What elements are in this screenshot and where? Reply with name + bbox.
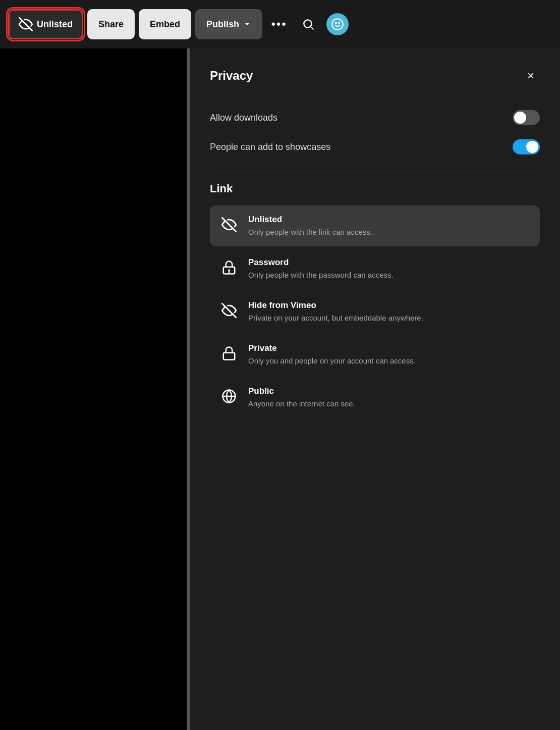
publish-button[interactable]: Publish xyxy=(195,9,262,39)
public-option-text: Public Anyone on the internet can see. xyxy=(248,386,530,409)
password-option-icon xyxy=(220,258,238,277)
allow-downloads-label: Allow downloads xyxy=(210,113,277,123)
search-icon xyxy=(302,18,315,31)
close-icon: × xyxy=(527,69,534,83)
privacy-option-private[interactable]: Private Only you and people on your acco… xyxy=(210,334,540,375)
toggle-knob xyxy=(514,112,526,124)
privacy-option-public[interactable]: Public Anyone on the internet can see. xyxy=(210,377,540,418)
private-option-icon xyxy=(220,344,238,362)
panel-title: Privacy xyxy=(210,69,253,83)
video-area xyxy=(0,48,187,730)
unlisted-option-desc: Only people with the link can access. xyxy=(248,227,530,237)
showcases-label: People can add to showcases xyxy=(210,142,330,152)
svg-rect-11 xyxy=(223,353,235,360)
embed-button[interactable]: Embed xyxy=(139,9,191,39)
password-option-title: Password xyxy=(248,257,530,268)
svg-line-2 xyxy=(311,27,313,29)
unlisted-label: Unlisted xyxy=(37,19,73,30)
private-option-title: Private xyxy=(248,343,530,353)
private-option-text: Private Only you and people on your acco… xyxy=(248,343,530,366)
svg-point-4 xyxy=(335,23,337,24)
search-button[interactable] xyxy=(296,9,321,39)
hide-vimeo-option-title: Hide from Vimeo xyxy=(248,300,530,310)
avatar-face-icon xyxy=(331,18,344,31)
unlisted-button[interactable]: Unlisted xyxy=(8,9,83,39)
toggle-knob-on xyxy=(526,141,538,153)
chevron-down-icon xyxy=(243,20,251,28)
public-option-desc: Anyone on the internet can see. xyxy=(248,398,530,409)
toolbar: Unlisted Share Embed Publish ••• xyxy=(0,0,560,48)
svg-point-3 xyxy=(332,19,343,30)
unlisted-option-title: Unlisted xyxy=(248,215,530,225)
unlisted-option-text: Unlisted Only people with the link can a… xyxy=(248,215,530,237)
privacy-option-unlisted[interactable]: Unlisted Only people with the link can a… xyxy=(210,205,540,246)
more-options-button[interactable]: ••• xyxy=(266,9,292,39)
allow-downloads-row: Allow downloads xyxy=(210,103,540,132)
allow-downloads-toggle[interactable] xyxy=(513,110,540,125)
panel-header: Privacy × xyxy=(210,67,540,85)
private-option-desc: Only you and people on your account can … xyxy=(248,355,530,366)
main-content: Privacy × Allow downloads People can add… xyxy=(0,48,560,730)
avatar xyxy=(326,13,349,35)
privacy-option-hide-vimeo[interactable]: Hide from Vimeo Private on your account,… xyxy=(210,291,540,332)
publish-label: Publish xyxy=(206,19,239,30)
unlisted-option-icon xyxy=(220,216,238,234)
eye-slash-icon xyxy=(19,17,33,31)
hide-vimeo-option-icon xyxy=(220,301,238,320)
share-button[interactable]: Share xyxy=(87,9,135,39)
privacy-panel: Privacy × Allow downloads People can add… xyxy=(190,48,560,730)
share-label: Share xyxy=(98,19,124,30)
link-section-title: Link xyxy=(210,182,540,195)
avatar-button[interactable] xyxy=(325,9,350,39)
embed-label: Embed xyxy=(150,19,180,30)
public-option-title: Public xyxy=(248,386,530,396)
section-divider xyxy=(210,172,540,172)
more-icon: ••• xyxy=(271,17,287,31)
svg-point-5 xyxy=(339,23,340,24)
password-option-desc: Only people with the password can access… xyxy=(248,270,530,280)
showcases-toggle[interactable] xyxy=(513,139,540,154)
public-option-icon xyxy=(220,387,238,405)
password-option-text: Password Only people with the password c… xyxy=(248,257,530,280)
showcases-row: People can add to showcases xyxy=(210,132,540,162)
hide-vimeo-option-desc: Private on your account, but embeddable … xyxy=(248,312,530,323)
close-button[interactable]: × xyxy=(522,67,540,85)
privacy-option-password[interactable]: Password Only people with the password c… xyxy=(210,248,540,289)
hide-vimeo-option-text: Hide from Vimeo Private on your account,… xyxy=(248,300,530,323)
